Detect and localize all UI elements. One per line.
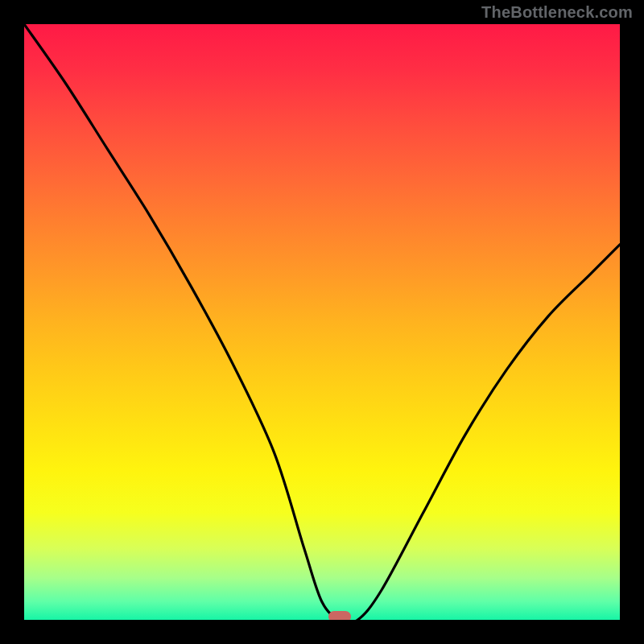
minimum-marker (328, 611, 351, 620)
watermark-text: TheBottleneck.com (481, 3, 633, 22)
chart-frame: TheBottleneck.com (0, 0, 644, 644)
plot-area (24, 24, 620, 620)
bottleneck-curve (24, 24, 620, 620)
